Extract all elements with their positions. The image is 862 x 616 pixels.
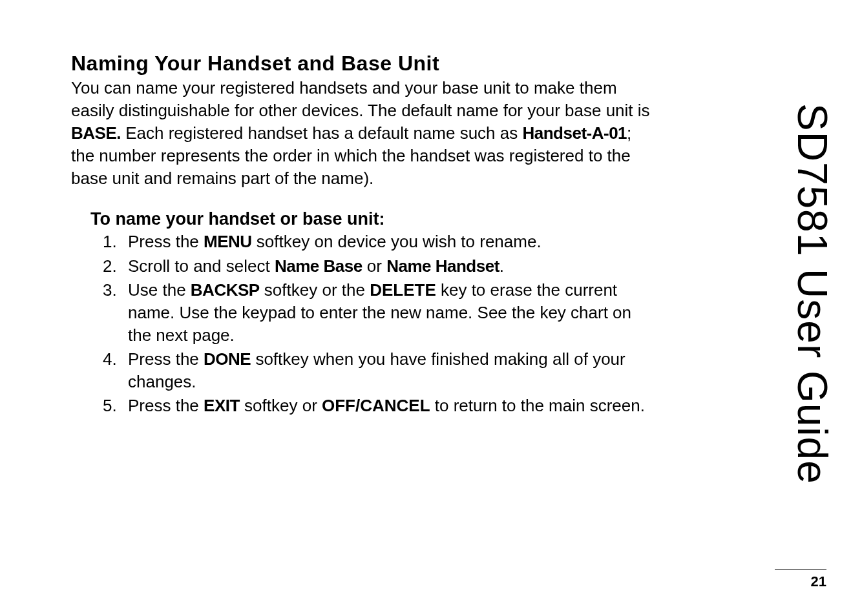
step-3: Use the BACKSP softkey or the DELETE key… xyxy=(121,279,653,347)
page-footer: 21 xyxy=(775,569,826,590)
step-1: Press the MENU softkey on device you wis… xyxy=(121,231,653,253)
step4-text-a: Press the xyxy=(128,349,204,369)
intro-text-2: Each registered handset has a default na… xyxy=(121,123,523,143)
document-page: Naming Your Handset and Base Unit You ca… xyxy=(0,0,862,616)
step5-text-c: to return to the main screen. xyxy=(430,396,645,415)
step-2: Scroll to and select Name Base or Name H… xyxy=(121,255,653,278)
step1-text-b: softkey on device you wish to rename. xyxy=(252,232,541,251)
name-handset-option: Name Handset xyxy=(386,256,499,276)
subsection-heading: To name your handset or base unit: xyxy=(90,209,653,229)
backsp-softkey: BACKSP xyxy=(191,280,260,300)
steps-list: Press the MENU softkey on device you wis… xyxy=(90,231,653,417)
step2-or: or xyxy=(363,256,387,276)
done-softkey: DONE xyxy=(204,349,251,369)
off-cancel-key: OFF/CANCEL xyxy=(322,396,430,415)
base-label: BASE. xyxy=(71,123,121,143)
step5-text-a: Press the xyxy=(128,396,204,415)
intro-paragraph: You can name your registered handsets an… xyxy=(71,77,653,190)
exit-softkey: EXIT xyxy=(204,396,240,415)
name-base-option: Name Base xyxy=(275,256,363,276)
intro-text-1: You can name your registered handsets an… xyxy=(71,78,650,120)
step2-text-a: Scroll to and select xyxy=(128,256,275,276)
side-title: SD7581 User Guide xyxy=(788,103,836,484)
section-heading: Naming Your Handset and Base Unit xyxy=(71,52,653,76)
footer-rule xyxy=(775,569,826,570)
menu-softkey: MENU xyxy=(204,232,252,251)
step3-text-b: softkey or the xyxy=(260,280,370,300)
handset-label: Handset-A-01 xyxy=(522,123,627,143)
step5-text-b: softkey or xyxy=(240,396,322,415)
step3-text-a: Use the xyxy=(128,280,191,300)
content-block: Naming Your Handset and Base Unit You ca… xyxy=(71,52,653,418)
step1-text-a: Press the xyxy=(128,232,204,251)
page-number: 21 xyxy=(775,573,826,590)
step-4: Press the DONE softkey when you have fin… xyxy=(121,348,653,393)
step-5: Press the EXIT softkey or OFF/CANCEL to … xyxy=(121,395,653,417)
step2-end: . xyxy=(499,256,504,276)
delete-key: DELETE xyxy=(370,280,436,300)
